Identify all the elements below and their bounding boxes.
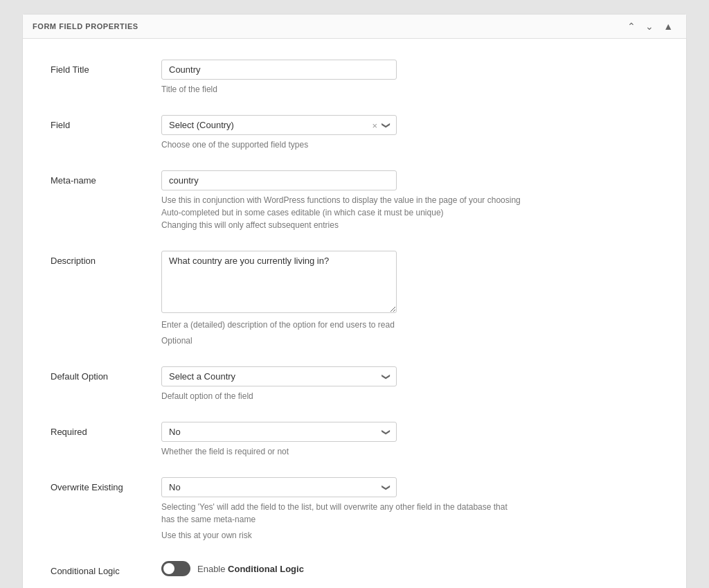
conditional-logic-toggle-label: Enable Conditional Logic	[197, 564, 304, 574]
conditional-logic-control: Enable Conditional Logic	[161, 561, 521, 576]
description-textarea[interactable]: What country are you currently living in…	[161, 251, 397, 313]
default-option-hint: Default option of the field	[161, 390, 521, 402]
field-type-row: Field Select (Country) × ❯ Choose one of…	[51, 115, 658, 151]
conditional-logic-toggle-row: Enable Conditional Logic	[161, 561, 521, 576]
field-type-label: Field	[51, 115, 161, 130]
default-option-control: Select a Country ❯ Default option of the…	[161, 366, 521, 402]
panel-down-button[interactable]: ⌄	[642, 20, 657, 33]
default-option-label: Default Option	[51, 366, 161, 382]
description-control: What country are you currently living in…	[161, 251, 521, 347]
toggle-slider	[161, 561, 190, 576]
overwrite-existing-select[interactable]: No	[161, 477, 397, 497]
overwrite-existing-row: Overwrite Existing No ❯ Selecting 'Yes' …	[51, 477, 658, 542]
description-label: Description	[51, 251, 161, 266]
default-option-select[interactable]: Select a Country	[161, 366, 397, 386]
panel-collapse-button[interactable]: ▲	[660, 20, 676, 33]
default-option-row: Default Option Select a Country ❯ Defaul…	[51, 366, 658, 402]
field-type-hint: Choose one of the supported field types	[161, 139, 521, 151]
required-hint: Whether the field is required or not	[161, 445, 521, 458]
field-type-control: Select (Country) × ❯ Choose one of the s…	[161, 115, 521, 151]
field-title-label: Field Title	[51, 60, 161, 75]
overwrite-existing-label: Overwrite Existing	[51, 477, 161, 492]
form-field-properties-panel: FORM FIELD PROPERTIES ⌃ ⌄ ▲ Field Title …	[22, 14, 687, 588]
required-label: Required	[51, 422, 161, 437]
field-type-select[interactable]: Select (Country)	[161, 115, 397, 135]
meta-name-label: Meta-name	[51, 170, 161, 186]
panel-body: Field Title Title of the field Field Sel…	[23, 39, 686, 588]
panel-controls: ⌃ ⌄ ▲	[624, 20, 676, 33]
required-select-wrap: No ❯	[161, 422, 397, 442]
description-hint-1: Enter a (detailed) description of the op…	[161, 319, 521, 331]
description-hint-2: Optional	[161, 335, 521, 347]
conditional-logic-label: Conditional Logic	[51, 561, 161, 576]
panel-up-button[interactable]: ⌃	[624, 20, 639, 33]
field-title-hint: Title of the field	[161, 83, 521, 96]
conditional-logic-bold-label: Conditional Logic	[228, 564, 304, 574]
overwrite-existing-control: No ❯ Selecting 'Yes' will add the field …	[161, 477, 521, 542]
overwrite-existing-hint-1: Selecting 'Yes' will add the field to th…	[161, 501, 521, 526]
meta-name-row: Meta-name Use this in conjunction with W…	[51, 170, 658, 231]
overwrite-existing-hint-2: Use this at your own risk	[161, 529, 521, 542]
conditional-logic-toggle[interactable]	[161, 561, 190, 576]
field-title-input[interactable]	[161, 60, 397, 80]
default-option-select-wrap: Select a Country ❯	[161, 366, 397, 386]
description-row: Description What country are you current…	[51, 251, 658, 347]
panel-header: FORM FIELD PROPERTIES ⌃ ⌄ ▲	[23, 15, 686, 39]
field-title-control: Title of the field	[161, 60, 521, 96]
meta-name-hint-1: Use this in conjunction with WordPress f…	[161, 194, 521, 231]
panel-title: FORM FIELD PROPERTIES	[33, 22, 138, 30]
field-type-select-wrap: Select (Country) × ❯	[161, 115, 397, 135]
overwrite-existing-select-wrap: No ❯	[161, 477, 397, 497]
required-select[interactable]: No	[161, 422, 397, 442]
required-control: No ❯ Whether the field is required or no…	[161, 422, 521, 458]
conditional-logic-row: Conditional Logic Enable Conditional Log…	[51, 561, 658, 576]
required-row: Required No ❯ Whether the field is requi…	[51, 422, 658, 458]
field-title-row: Field Title Title of the field	[51, 60, 658, 96]
meta-name-input[interactable]	[161, 170, 397, 190]
meta-name-control: Use this in conjunction with WordPress f…	[161, 170, 521, 231]
